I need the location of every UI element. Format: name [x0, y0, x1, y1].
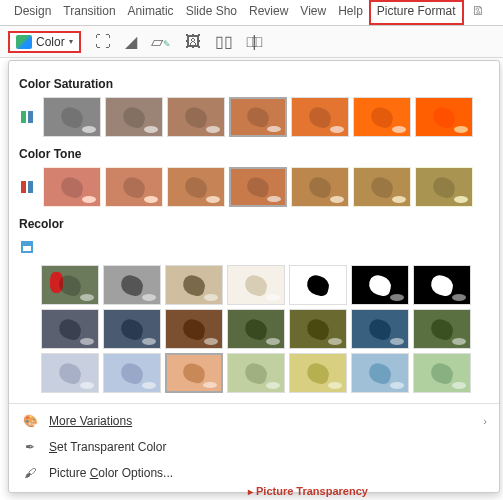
svg-rect-0	[21, 111, 26, 123]
format-icon: 🖌	[21, 466, 39, 480]
tab-slideshow[interactable]: Slide Sho	[180, 0, 243, 25]
saturation-option-1[interactable]	[105, 97, 163, 137]
artistic-effects-icon[interactable]: ◢	[125, 32, 137, 51]
share-icon[interactable]: 🖻	[464, 0, 492, 25]
recolor-option-dark-orange[interactable]	[165, 309, 223, 349]
palette-icon: 🎨	[21, 414, 39, 428]
tone-option-3[interactable]	[229, 167, 287, 207]
tab-animations[interactable]: Animatic	[122, 0, 180, 25]
recolor-option-light-green[interactable]	[413, 353, 471, 393]
tab-review[interactable]: Review	[243, 0, 294, 25]
svg-rect-2	[21, 181, 26, 193]
recolor-row	[19, 237, 489, 255]
recolor-option-dark-gold[interactable]	[289, 309, 347, 349]
recolor-option-dark-green[interactable]	[413, 309, 471, 349]
chevron-down-icon: ▾	[69, 37, 73, 46]
recolor-option-light-blue[interactable]	[103, 353, 161, 393]
recolor-option-light-teal[interactable]	[351, 353, 409, 393]
ribbon-tabs: Design Transition Animatic Slide Sho Rev…	[0, 0, 503, 26]
saturation-option-2[interactable]	[167, 97, 225, 137]
recolor-option-washout[interactable]	[227, 265, 285, 305]
recolor-option-black-white-50[interactable]	[351, 265, 409, 305]
picture-transparency-link[interactable]: ▸Picture Transparency	[248, 485, 368, 497]
set-transparent-menu[interactable]: ✒ Set Transparent Color	[19, 434, 489, 460]
tone-option-5[interactable]	[353, 167, 411, 207]
section-tone-title: Color Tone	[19, 147, 489, 161]
svg-rect-1	[28, 111, 33, 123]
color-button-label: Color	[36, 35, 65, 49]
recolor-option-grayscale[interactable]	[103, 265, 161, 305]
more-variations-label: More Variations	[49, 414, 473, 428]
tone-row-icon	[19, 179, 35, 195]
saturation-option-6[interactable]	[415, 97, 473, 137]
recolor-option-sepia[interactable]	[165, 265, 223, 305]
svg-rect-3	[28, 181, 33, 193]
tab-help[interactable]: Help	[332, 0, 369, 25]
tab-design[interactable]: Design	[8, 0, 57, 25]
align-icon[interactable]: □|□	[247, 33, 258, 51]
crop-icon[interactable]: ⛶	[95, 33, 111, 51]
tone-option-6[interactable]	[415, 167, 473, 207]
saturation-row	[19, 97, 489, 137]
picture-layout-icon[interactable]: ▯▯	[215, 32, 233, 51]
more-variations-menu[interactable]: 🎨 More Variations ›	[19, 408, 489, 434]
tone-option-4[interactable]	[291, 167, 349, 207]
saturation-option-4[interactable]	[291, 97, 349, 137]
tone-option-1[interactable]	[105, 167, 163, 207]
saturation-option-3[interactable]	[229, 97, 287, 137]
recolor-option-black-white-25[interactable]	[289, 265, 347, 305]
picture-color-options-menu[interactable]: 🖌 Picture Color Options...	[19, 460, 489, 486]
chevron-right-icon: ›	[483, 415, 487, 427]
tab-picture-format[interactable]: Picture Format	[369, 0, 464, 25]
color-swatch-icon	[16, 35, 32, 49]
svg-rect-5	[23, 246, 31, 251]
color-dropdown-panel: Color Saturation Color Tone Recolor 🎨 Mo…	[8, 60, 500, 493]
saturation-option-5[interactable]	[353, 97, 411, 137]
tone-option-2[interactable]	[167, 167, 225, 207]
recolor-option-dark-olive[interactable]	[227, 309, 285, 349]
recolor-row-icon	[19, 239, 35, 255]
color-button[interactable]: Color ▾	[8, 31, 81, 53]
recolor-option-light-olive[interactable]	[227, 353, 285, 393]
tab-transitions[interactable]: Transition	[57, 0, 121, 25]
eyedropper-icon: ✒	[21, 440, 39, 454]
section-recolor-title: Recolor	[19, 217, 489, 231]
picture-color-options-label: Picture Color Options...	[49, 466, 487, 480]
divider	[9, 403, 499, 404]
tone-option-0[interactable]	[43, 167, 101, 207]
saturation-option-0[interactable]	[43, 97, 101, 137]
recolor-option-light-orange[interactable]	[165, 353, 223, 393]
recolor-option-dark-teal[interactable]	[351, 309, 409, 349]
tone-row	[19, 167, 489, 207]
saturation-row-icon	[19, 109, 35, 125]
recolor-option-dark-blue-gray[interactable]	[41, 309, 99, 349]
recolor-option-black-white-75[interactable]	[413, 265, 471, 305]
picture-styles-icon[interactable]: 🖼	[185, 33, 201, 51]
recolor-option-light-gold[interactable]	[289, 353, 347, 393]
set-transparent-label: Set Transparent Color	[49, 440, 487, 454]
tab-view[interactable]: View	[294, 0, 332, 25]
recolor-option-no-recolor[interactable]	[41, 265, 99, 305]
section-saturation-title: Color Saturation	[19, 77, 489, 91]
toolbar: Color ▾ ⛶ ◢ ▱✎ 🖼 ▯▯ □|□	[0, 26, 503, 58]
caret-right-icon: ▸	[248, 486, 253, 497]
transparency-icon[interactable]: ▱✎	[151, 32, 171, 51]
recolor-option-light-blue-gray[interactable]	[41, 353, 99, 393]
recolor-option-dark-blue[interactable]	[103, 309, 161, 349]
